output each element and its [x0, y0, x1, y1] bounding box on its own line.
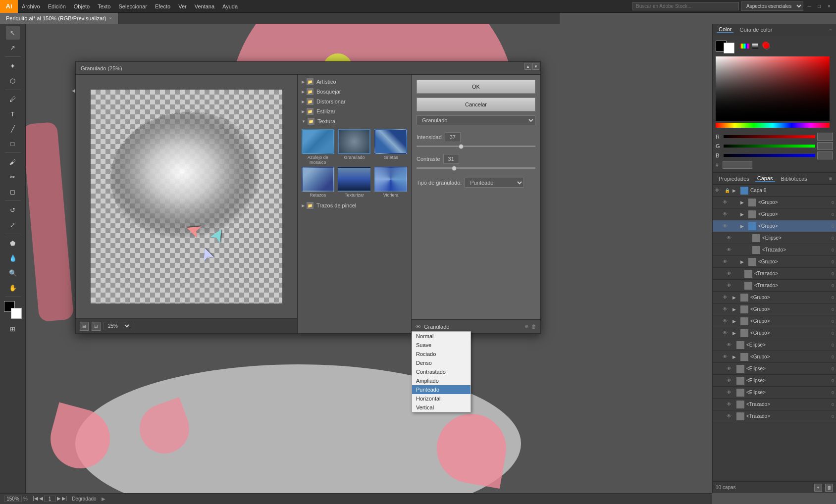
layer-eye-14[interactable]: 👁: [723, 354, 731, 359]
category-textura[interactable]: ▼ 📁 Textura: [298, 116, 411, 126]
thumb-retazos[interactable]: Retazos: [301, 167, 335, 198]
layer-item-2[interactable]: 👁 ▶ <Grupo> 0: [713, 208, 836, 220]
menu-seleccionar[interactable]: Seleccionar: [114, 0, 151, 13]
maximize-button[interactable]: □: [815, 2, 823, 10]
layer-eye-6[interactable]: 👁: [723, 259, 731, 264]
layer-expand-10[interactable]: ▶: [732, 307, 738, 312]
tool-rotate[interactable]: ↺: [6, 203, 20, 217]
layer-eye-capa6[interactable]: 👁: [715, 188, 723, 193]
layer-item-17[interactable]: 👁 <Elipse> 0: [713, 387, 836, 399]
category-distorsionar[interactable]: ▶ 📁 Distorsionar: [298, 97, 411, 106]
tool-pen[interactable]: 🖊: [6, 92, 20, 106]
status-zoom-input[interactable]: [4, 496, 22, 502]
menu-ventana[interactable]: Ventana: [191, 0, 218, 13]
create-layer-btn[interactable]: +: [814, 484, 822, 492]
thumb-grietas[interactable]: Grietas: [373, 129, 408, 165]
layer-eye-15[interactable]: 👁: [727, 366, 734, 371]
tool-magic-wand[interactable]: ✦: [6, 59, 20, 73]
filter-name-selector[interactable]: Granulado: [417, 115, 535, 125]
bw-strip[interactable]: [752, 44, 758, 49]
layer-eye-11[interactable]: 👁: [723, 318, 731, 324]
delete-layer-btn[interactable]: 🗑: [825, 484, 833, 492]
preview-actual-btn[interactable]: ⊡: [92, 322, 101, 331]
layer-eye-13[interactable]: 👁: [727, 342, 734, 348]
layer-eye-1[interactable]: 👁: [723, 200, 731, 205]
layer-expand-1[interactable]: ▶: [740, 200, 746, 205]
menu-ayuda[interactable]: Ayuda: [218, 0, 242, 13]
layer-expand-9[interactable]: ▶: [732, 295, 738, 300]
tool-eyedropper[interactable]: 💧: [6, 251, 20, 265]
bg-color-swatch[interactable]: [724, 43, 734, 53]
layer-item-19[interactable]: 👁 <Trazado> 0: [713, 410, 836, 422]
layer-item-4[interactable]: 👁 <Elipse> 0: [713, 232, 836, 244]
nav-last-btn[interactable]: ▶|: [62, 496, 67, 502]
dd-normal[interactable]: Normal: [412, 332, 470, 341]
menu-ver[interactable]: Ver: [174, 0, 191, 13]
workspace-selector[interactable]: Aspectos esenciales: [741, 1, 803, 11]
hex-value[interactable]: [723, 161, 752, 169]
menu-objeto[interactable]: Objeto: [70, 0, 94, 13]
menu-edicion[interactable]: Edición: [44, 0, 70, 13]
layer-item-12[interactable]: 👁 ▶ <Grupo> 0: [713, 327, 836, 339]
tab-propiedades[interactable]: Propiedades: [717, 176, 751, 182]
status-arrow-right[interactable]: ▶: [102, 496, 105, 502]
tool-text[interactable]: T: [6, 107, 20, 121]
tool-zoom[interactable]: 🔍: [6, 266, 20, 280]
spectrum-strip[interactable]: [740, 44, 749, 49]
dd-punteado[interactable]: Punteado: [412, 385, 470, 394]
layer-eye-17[interactable]: 👁: [727, 390, 734, 395]
layer-item-1[interactable]: 👁 ▶ <Grupo> 0: [713, 197, 836, 208]
intensity-slider[interactable]: [417, 146, 535, 147]
layer-eye-3[interactable]: 👁: [723, 223, 731, 229]
tool-blend[interactable]: ⬟: [6, 236, 20, 250]
thumb-vidriera[interactable]: Vidriera: [373, 167, 408, 198]
b-value[interactable]: [817, 151, 833, 159]
background-color[interactable]: [11, 308, 22, 319]
layer-item-9[interactable]: 👁 ▶ <Grupo> 0: [713, 292, 836, 303]
dialog-expand-btn[interactable]: ▲: [524, 63, 531, 70]
active-tab[interactable]: Periquito.ai* al 150% (RGB/Previsualizar…: [0, 13, 118, 24]
close-window-button[interactable]: ×: [825, 2, 833, 10]
tool-artboard[interactable]: ⊞: [6, 322, 20, 336]
layer-add-icon[interactable]: ⊕: [524, 324, 528, 329]
layer-eye-9[interactable]: 👁: [723, 295, 731, 300]
tool-paintbrush[interactable]: 🖌: [6, 155, 20, 169]
layer-expand-2[interactable]: ▶: [740, 212, 746, 217]
r-value[interactable]: [817, 133, 833, 141]
menu-texto[interactable]: Texto: [94, 0, 114, 13]
layer-delete-icon[interactable]: 🗑: [531, 324, 536, 329]
b-bar[interactable]: [724, 154, 815, 157]
tool-lasso[interactable]: ⬡: [6, 74, 20, 88]
category-bosquejar[interactable]: ▶ 📁 Bosquejar: [298, 87, 411, 97]
tool-line[interactable]: ╱: [6, 122, 20, 136]
nav-next-btn[interactable]: ▶: [57, 496, 61, 502]
layer-item-8[interactable]: 👁 <Trazado> 0: [713, 280, 836, 292]
tab-guia-color[interactable]: Guía de color: [737, 27, 774, 33]
layer-item-11[interactable]: 👁 ▶ <Grupo> 0: [713, 315, 836, 327]
color-spectrum[interactable]: [716, 56, 830, 121]
grain-type-selector[interactable]: Normal Suave Rociado Denso Contrastado A…: [465, 178, 524, 188]
tab-color[interactable]: Color: [717, 26, 733, 33]
nav-first-btn[interactable]: |◀: [33, 496, 38, 502]
thumb-texturizar[interactable]: Texturizar: [337, 167, 372, 198]
dd-vertical[interactable]: Vertical: [412, 403, 470, 412]
layer-expand-11[interactable]: ▶: [732, 319, 738, 324]
preview-fit-btn[interactable]: ⊞: [80, 322, 89, 331]
hue-slider[interactable]: [716, 123, 830, 128]
zoom-select[interactable]: 25% 50% 75% 100% 150%: [104, 322, 131, 330]
layer-eye-19[interactable]: 👁: [727, 413, 734, 419]
dd-suave[interactable]: Suave: [412, 341, 470, 350]
layer-eye-7[interactable]: 👁: [727, 271, 734, 276]
tool-direct-select[interactable]: ↗: [6, 41, 20, 54]
layer-item-10[interactable]: 👁 ▶ <Grupo> 0: [713, 303, 836, 315]
layer-eye-5[interactable]: 👁: [727, 247, 734, 252]
layer-item-6[interactable]: 👁 ▶ <Grupo> 0: [713, 256, 836, 268]
layers-panel-menu[interactable]: ≡: [829, 176, 832, 181]
category-estilizar[interactable]: ▶ 📁 Estilizar: [298, 106, 411, 116]
layer-item-3[interactable]: 👁 ▶ <Grupo> 0: [713, 220, 836, 232]
layer-expand-12[interactable]: ▶: [732, 331, 738, 336]
layer-eye-4[interactable]: 👁: [727, 235, 734, 241]
layer-item-capa6[interactable]: 👁 🔒 ▶ Capa 6: [713, 185, 836, 197]
dd-contrastado[interactable]: Contrastado: [412, 367, 470, 376]
dd-ampliado[interactable]: Ampliado: [412, 376, 470, 385]
